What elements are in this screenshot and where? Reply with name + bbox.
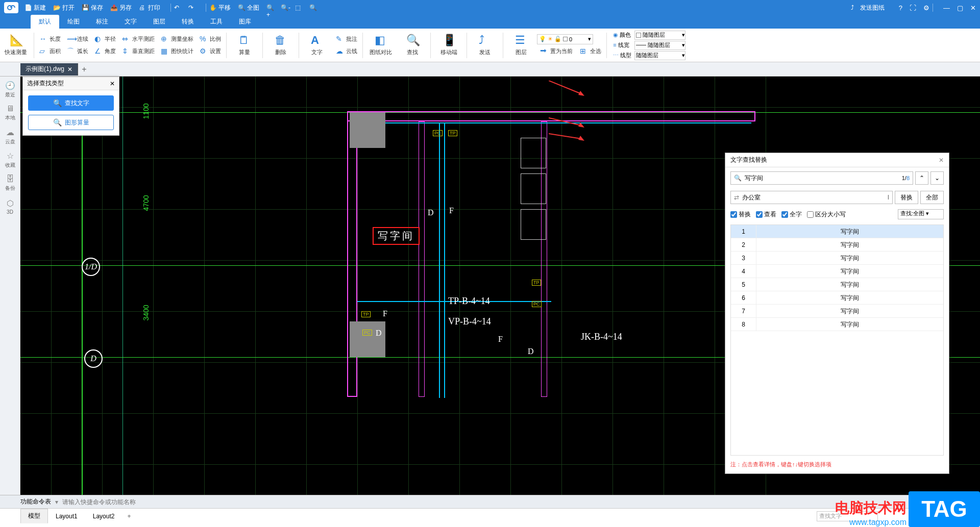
tab-default[interactable]: 默认: [31, 15, 59, 29]
next-result-button[interactable]: ⌄: [930, 171, 944, 185]
measure-radius[interactable]: ◐半径: [91, 34, 119, 44]
bottom-search[interactable]: 查找文字: [817, 511, 878, 521]
qa-saveas[interactable]: 📤另存: [110, 4, 132, 12]
replace-input[interactable]: [742, 194, 885, 201]
command-input[interactable]: [62, 497, 980, 507]
find-button[interactable]: 🔍查找: [399, 30, 426, 61]
qa-new[interactable]: 📄新建: [24, 4, 46, 12]
opt-view[interactable]: 查看: [756, 210, 776, 219]
result-row[interactable]: 6写字间: [731, 291, 943, 305]
qa-zoomobj[interactable]: 🔍: [309, 4, 316, 11]
measure-settings[interactable]: ⚙设置: [197, 46, 224, 57]
delete-button[interactable]: 🗑删除: [267, 30, 295, 61]
layer-button[interactable]: ☰图层: [507, 30, 535, 61]
measure-arc[interactable]: ⌒弧长: [64, 46, 91, 57]
close-icon[interactable]: ✕: [110, 80, 115, 87]
measure-vdist[interactable]: ⇕垂直测距: [119, 46, 158, 57]
measure-length[interactable]: ↔长度: [36, 34, 64, 44]
settings-icon[interactable]: ⚙: [923, 4, 929, 12]
result-row[interactable]: 3写字间: [731, 252, 943, 265]
send-drawing[interactable]: ⤴发送图纸: [851, 4, 885, 12]
result-row[interactable]: 7写字间: [731, 305, 943, 318]
qa-zoomwin[interactable]: ⬚: [295, 4, 302, 11]
length-icon: ↔: [39, 35, 47, 43]
help-icon[interactable]: ?: [899, 4, 902, 12]
mobile-icon: 📱: [443, 35, 455, 47]
result-row[interactable]: 1写字间: [731, 225, 943, 238]
color-selector[interactable]: 随随图层▾: [634, 31, 685, 40]
result-row[interactable]: 8写字间: [731, 318, 943, 331]
opt-whole[interactable]: 全字: [781, 210, 802, 219]
result-index: 2: [731, 238, 756, 251]
qa-zoomin[interactable]: 🔍+: [266, 4, 274, 11]
linetype-selector[interactable]: 随随图层▾: [634, 51, 685, 60]
scope-selector[interactable]: 查找:全图 ▾: [898, 209, 944, 219]
tab-text[interactable]: 文字: [116, 15, 145, 29]
replace-all-button[interactable]: 全部: [920, 191, 944, 204]
fullscreen-icon[interactable]: ⛶: [910, 4, 916, 12]
qa-undo[interactable]: ↶: [174, 4, 181, 11]
sidebar-3d[interactable]: ⬡3D: [1, 196, 19, 217]
qa-pan[interactable]: ✋平移: [209, 4, 231, 12]
qa-redo[interactable]: ↷: [188, 4, 195, 11]
quick-measure-button[interactable]: 📐 快速测量: [2, 30, 30, 61]
close-icon[interactable]: ✕: [970, 4, 976, 12]
tab-convert[interactable]: 转换: [174, 15, 202, 29]
minimize-icon[interactable]: —: [943, 4, 950, 12]
qa-save[interactable]: 💾保存: [82, 4, 103, 12]
qa-open[interactable]: 📂打开: [53, 4, 75, 12]
prev-result-button[interactable]: ⌃: [915, 171, 928, 185]
chevron-down-icon[interactable]: ▾: [55, 498, 58, 506]
opt-case[interactable]: 区分大小写: [807, 210, 846, 219]
qa-print[interactable]: 🖨打印: [139, 4, 160, 12]
close-icon[interactable]: ✕: [939, 157, 944, 164]
tab-annotate[interactable]: 标注: [88, 15, 116, 29]
add-layout-button[interactable]: +: [122, 511, 136, 522]
result-row[interactable]: 4写字间: [731, 265, 943, 278]
replace-button[interactable]: 替换: [895, 191, 918, 204]
layout-model[interactable]: 模型: [20, 509, 48, 523]
block-stats[interactable]: ▦图快统计: [158, 46, 197, 57]
measure-hdist[interactable]: ⇔水平测距: [119, 34, 158, 44]
doc-tab[interactable]: 示例图(1).dwg ✕: [20, 63, 78, 76]
sidebar-recent[interactable]: 🕘最近: [1, 79, 19, 100]
text-button[interactable]: A文字: [303, 30, 331, 61]
annotate-button[interactable]: ✎批注: [333, 34, 360, 44]
tab-layer[interactable]: 图层: [145, 15, 174, 29]
result-row[interactable]: 5写字间: [731, 278, 943, 291]
measure-coord[interactable]: ⊕测量坐标: [158, 34, 197, 44]
set-current[interactable]: ⮕置为当前 ⊞全选: [537, 46, 604, 57]
find-text-button[interactable]: 🔍 查找文字: [28, 95, 114, 111]
tab-library[interactable]: 图库: [231, 15, 259, 29]
result-row[interactable]: 2写字间: [731, 238, 943, 252]
measure-angle[interactable]: ∠角度: [91, 46, 119, 57]
close-tab-icon[interactable]: ✕: [67, 66, 72, 73]
tab-tool[interactable]: 工具: [202, 15, 231, 29]
measure-continuous[interactable]: ⟿连续: [64, 34, 91, 44]
add-tab-button[interactable]: +: [78, 65, 90, 74]
layout-1[interactable]: Layout1: [48, 510, 85, 523]
maximize-icon[interactable]: ▢: [957, 4, 963, 12]
sidebar-backup[interactable]: 🗄备份: [1, 172, 19, 194]
layout-2[interactable]: Layout2: [85, 510, 122, 523]
send-button[interactable]: ⤴发送: [471, 30, 499, 61]
txt-d1: D: [428, 208, 434, 217]
mobile-button[interactable]: 📱移动端: [435, 30, 462, 61]
search-input[interactable]: [745, 174, 899, 182]
sidebar-cloud[interactable]: ☁云盘: [1, 126, 19, 147]
measure-scale[interactable]: %比例: [197, 34, 224, 44]
sidebar-fav[interactable]: ☆收藏: [1, 149, 19, 170]
opt-replace[interactable]: 替换: [730, 210, 751, 219]
qa-zoomall[interactable]: 🔍全图: [238, 4, 259, 12]
sidebar-local[interactable]: 🖥本地: [1, 102, 19, 123]
tab-draw[interactable]: 绘图: [59, 15, 88, 29]
compare-button[interactable]: ◧图纸对比: [367, 30, 395, 61]
calc-button[interactable]: 🗒算量: [231, 30, 258, 61]
cloud-button[interactable]: ☁云线: [333, 46, 360, 57]
lineweight-selector[interactable]: 随随图层▾: [634, 41, 685, 50]
find-shape-button[interactable]: 🔍 图形算量: [28, 115, 114, 130]
area-icon: ▱: [39, 47, 47, 56]
qa-zoomout[interactable]: 🔍-: [281, 4, 288, 11]
measure-area[interactable]: ▱面积: [36, 46, 64, 57]
layer-selector[interactable]: 💡 ☀ 🔓 0 ▾: [537, 34, 593, 44]
